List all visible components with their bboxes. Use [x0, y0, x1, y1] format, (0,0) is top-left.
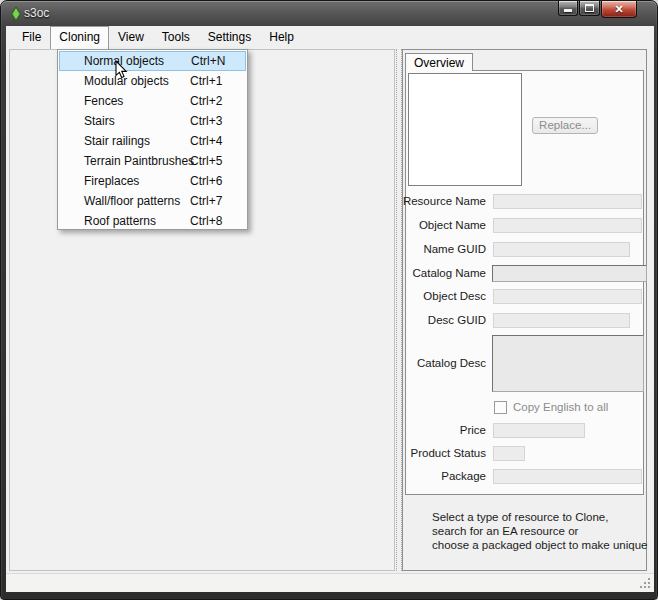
- help-text-line2: search for an EA resource or: [432, 524, 647, 538]
- help-text-line3: choose a packaged object to make unique: [432, 538, 647, 552]
- title-bar[interactable]: s3oc ✕: [1, 1, 657, 26]
- menu-item-label: Roof patterns: [59, 214, 156, 228]
- menu-item-shortcut: Ctrl+3: [190, 114, 222, 128]
- menu-item-fireplaces[interactable]: Fireplaces Ctrl+6: [59, 171, 246, 191]
- replace-button[interactable]: Replace...: [532, 117, 598, 134]
- menu-item-terrain-paintbrushes[interactable]: Terrain Paintbrushes Ctrl+5: [59, 151, 246, 171]
- minimize-icon: [564, 9, 572, 12]
- product-status-field[interactable]: [493, 446, 525, 461]
- menu-item-roof-patterns[interactable]: Roof patterns Ctrl+8: [59, 211, 246, 231]
- menu-bar: File Cloning View Tools Settings Help: [6, 26, 654, 49]
- menubar-item-help[interactable]: Help: [260, 26, 303, 49]
- menu-item-shortcut: Ctrl+4: [190, 134, 222, 148]
- desc-guid-field[interactable]: [493, 313, 630, 328]
- catalog-name-label: Catalog Name: [402, 267, 486, 279]
- product-status-label: Product Status: [402, 447, 486, 459]
- menu-item-modular-objects[interactable]: Modular objects Ctrl+1: [59, 71, 246, 91]
- menu-item-label: Normal objects: [60, 54, 164, 68]
- overview-panel: Overview Replace... Resource Name Object…: [402, 49, 647, 571]
- window-title: s3oc: [24, 6, 49, 20]
- object-desc-field[interactable]: [493, 289, 642, 304]
- help-text: Select a type of resource to Clone, sear…: [432, 510, 647, 552]
- price-field[interactable]: [493, 423, 585, 438]
- menu-item-fences[interactable]: Fences Ctrl+2: [59, 91, 246, 111]
- close-button[interactable]: ✕: [601, 1, 637, 18]
- menu-item-shortcut: Ctrl+1: [190, 74, 222, 88]
- menu-item-shortcut: Ctrl+N: [191, 54, 225, 68]
- object-preview-image: [408, 73, 522, 186]
- object-desc-label: Object Desc: [402, 290, 486, 302]
- menu-item-shortcut: Ctrl+5: [190, 154, 222, 168]
- cloning-dropdown-menu: Normal objects Ctrl+N Modular objects Ct…: [57, 49, 248, 230]
- menubar-item-cloning[interactable]: Cloning: [50, 26, 109, 49]
- status-bar: [6, 573, 654, 592]
- menu-item-label: Wall/floor patterns: [59, 194, 180, 208]
- menubar-item-settings[interactable]: Settings: [199, 26, 260, 49]
- package-label: Package: [402, 470, 486, 482]
- copy-english-label: Copy English to all: [513, 401, 608, 413]
- catalog-desc-label: Catalog Desc: [402, 357, 486, 369]
- help-text-line1: Select a type of resource to Clone,: [432, 510, 647, 524]
- maximize-icon: [585, 4, 594, 12]
- copy-english-checkbox[interactable]: [494, 401, 507, 414]
- overview-tab-page: Replace... Resource Name Object Name Nam…: [405, 70, 644, 495]
- tab-overview[interactable]: Overview: [405, 53, 473, 71]
- resource-name-label: Resource Name: [402, 195, 486, 207]
- arrow-cursor-icon: [115, 60, 129, 84]
- menu-item-wall-floor-patterns[interactable]: Wall/floor patterns Ctrl+7: [59, 191, 246, 211]
- desc-guid-label: Desc GUID: [402, 314, 486, 326]
- menu-item-label: Stairs: [59, 114, 115, 128]
- menu-item-stair-railings[interactable]: Stair railings Ctrl+4: [59, 131, 246, 151]
- package-field[interactable]: [493, 469, 642, 484]
- menu-item-label: Fences: [59, 94, 123, 108]
- client-area: File Cloning View Tools Settings Help Ov…: [6, 26, 654, 592]
- menu-item-label: Fireplaces: [59, 174, 139, 188]
- menubar-item-file[interactable]: File: [13, 26, 50, 49]
- name-guid-label: Name GUID: [402, 243, 486, 255]
- menubar-item-view[interactable]: View: [109, 26, 153, 49]
- menu-item-label: Modular objects: [59, 74, 169, 88]
- name-guid-field[interactable]: [493, 242, 630, 257]
- price-label: Price: [402, 424, 486, 436]
- menu-item-shortcut: Ctrl+7: [190, 194, 222, 208]
- app-window: s3oc ✕ File Cloning View Tools Settings …: [0, 0, 658, 600]
- maximize-button[interactable]: [579, 1, 600, 16]
- menubar-item-tools[interactable]: Tools: [153, 26, 199, 49]
- menu-item-label: Stair railings: [59, 134, 150, 148]
- catalog-desc-field[interactable]: [492, 335, 644, 392]
- menu-item-shortcut: Ctrl+8: [190, 214, 222, 228]
- object-name-field[interactable]: [493, 218, 642, 233]
- plumbob-diamond-icon: [11, 7, 21, 25]
- close-icon: ✕: [614, 2, 623, 17]
- menu-item-stairs[interactable]: Stairs Ctrl+3: [59, 111, 246, 131]
- menu-item-normal-objects[interactable]: Normal objects Ctrl+N: [59, 51, 246, 71]
- catalog-name-field[interactable]: [492, 265, 647, 282]
- menu-item-shortcut: Ctrl+6: [190, 174, 222, 188]
- resource-name-field[interactable]: [493, 194, 642, 209]
- minimize-button[interactable]: [558, 1, 578, 16]
- menu-item-shortcut: Ctrl+2: [190, 94, 222, 108]
- menu-item-label: Terrain Paintbrushes: [59, 154, 194, 168]
- object-name-label: Object Name: [402, 219, 486, 231]
- resize-grip-icon[interactable]: [648, 586, 650, 588]
